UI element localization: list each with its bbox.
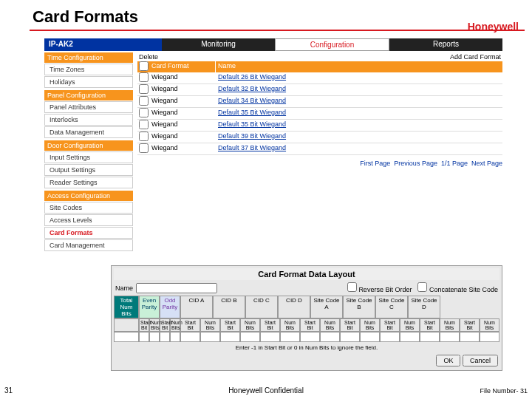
pager-prev[interactable]: Previous Page <box>394 160 437 167</box>
scc-start-input[interactable] <box>420 332 440 342</box>
pager: First Page Previous Page 1/1 Page Next P… <box>137 160 502 167</box>
cidc-num-input[interactable] <box>280 332 300 342</box>
row-cf: Wiegand <box>149 84 216 95</box>
col-site-code-b: Site Code B <box>343 296 375 318</box>
sidebar-item-card-management[interactable]: Card Management <box>44 239 133 251</box>
sidebar-item-time-zones[interactable]: Time Zones <box>44 64 133 75</box>
sca-start-input[interactable] <box>340 332 360 342</box>
col-name: Name <box>216 61 502 72</box>
scb-num-input[interactable] <box>400 332 420 342</box>
sidebar-item-input-settings[interactable]: Input Settings <box>44 151 133 163</box>
col-cid-a: CID A <box>180 296 213 318</box>
even-num-input[interactable] <box>149 332 160 342</box>
row-name-link[interactable]: Default 39 Bit Wiegand <box>216 132 502 143</box>
col-total-num-bits: Total Num Bits <box>114 296 139 318</box>
row-name-link[interactable]: Default 35 Bit Wiegand <box>216 120 502 131</box>
sidebar-item-card-formats[interactable]: Card Formats <box>44 227 133 239</box>
table-row: WiegandDefault 26 Bit Wiegand <box>137 72 502 84</box>
row-checkbox[interactable] <box>139 143 149 153</box>
page-number: 31 <box>4 386 13 395</box>
add-card-format-link[interactable]: Add Card Format <box>450 53 501 61</box>
row-name-link[interactable]: Default 37 Bit Wiegand <box>216 143 502 154</box>
sidebar-item-reader-settings[interactable]: Reader Settings <box>44 177 133 188</box>
table-header: Card Format Name <box>137 61 502 72</box>
concat-text: Concatenate Site Code <box>429 286 498 293</box>
pager-first[interactable]: First Page <box>360 160 390 167</box>
row-checkbox[interactable] <box>139 108 149 117</box>
name-input[interactable] <box>136 283 217 293</box>
sidebar-item-panel-attributes[interactable]: Panel Attributes <box>44 101 133 113</box>
row-cf: Wiegand <box>149 120 216 131</box>
cida-num-input[interactable] <box>200 332 220 342</box>
row-name-link[interactable]: Default 32 Bit Wiegand <box>216 84 502 95</box>
cancel-button[interactable]: Cancel <box>463 355 498 366</box>
app-window: IP-AK2 Monitoring Configuration Reports … <box>44 38 502 253</box>
cida-start-input[interactable] <box>180 332 200 342</box>
concat-checkbox-label[interactable]: Concatenate Site Code <box>417 282 498 293</box>
row-checkbox[interactable] <box>139 132 149 141</box>
slide-title: Card Formats <box>0 0 532 30</box>
table-row: WiegandDefault 34 Bit Wiegand <box>137 96 502 108</box>
sidebar-item-access-levels[interactable]: Access Levels <box>44 214 133 226</box>
odd-start-input[interactable] <box>160 332 170 342</box>
scd-num-input[interactable] <box>480 332 499 342</box>
layout-title: Card Format Data Layout <box>114 268 499 280</box>
scd-start-input[interactable] <box>460 332 480 342</box>
cidb-num-input[interactable] <box>240 332 260 342</box>
brand-logo: Honeywell <box>468 21 519 33</box>
tab-configuration[interactable]: Configuration <box>275 38 389 51</box>
reverse-checkbox[interactable] <box>347 282 357 292</box>
nav-title: IP-AK2 <box>44 38 162 51</box>
tab-reports[interactable]: Reports <box>389 38 502 51</box>
odd-num-input[interactable] <box>170 332 180 342</box>
row-cf: Wiegand <box>149 108 216 119</box>
cidb-start-input[interactable] <box>220 332 240 342</box>
pager-next[interactable]: Next Page <box>471 160 502 167</box>
col-cid-b: CID B <box>213 296 245 318</box>
reverse-text: Reverse Bit Order <box>358 286 412 293</box>
ok-button[interactable]: OK <box>436 355 460 366</box>
col-even-parity: Even Parity <box>139 296 160 318</box>
sidebar-item-data-management[interactable]: Data Management <box>44 126 133 138</box>
scc-num-input[interactable] <box>440 332 460 342</box>
card-format-layout-panel: Card Format Data Layout Name Reverse Bit… <box>111 265 502 371</box>
table-row: WiegandDefault 32 Bit Wiegand <box>137 84 502 96</box>
sca-num-input[interactable] <box>360 332 380 342</box>
col-site-code-a: Site Code A <box>310 296 343 318</box>
concat-checkbox[interactable] <box>417 282 427 292</box>
cidd-start-input[interactable] <box>300 332 320 342</box>
scb-start-input[interactable] <box>380 332 400 342</box>
cidc-start-input[interactable] <box>260 332 280 342</box>
total-num-bits-input[interactable] <box>114 332 139 342</box>
row-cf: Wiegand <box>149 96 216 107</box>
row-name-link[interactable]: Default 34 Bit Wiegand <box>216 96 502 107</box>
row-name-link[interactable]: Default 26 Bit Wiegand <box>216 72 502 83</box>
sidebar: Time Configuration Time Zones Holidays P… <box>44 52 133 253</box>
cidd-num-input[interactable] <box>320 332 340 342</box>
sidebar-item-site-codes[interactable]: Site Codes <box>44 202 133 214</box>
title-rule <box>30 30 525 31</box>
row-checkbox[interactable] <box>139 96 149 106</box>
table-row: WiegandDefault 37 Bit Wiegand <box>137 143 502 155</box>
select-all-checkbox[interactable] <box>139 61 149 71</box>
row-checkbox[interactable] <box>139 84 149 94</box>
even-start-input[interactable] <box>139 332 149 342</box>
main-panel: Delete Add Card Format Card Format Name … <box>137 52 502 253</box>
row-checkbox[interactable] <box>139 72 149 82</box>
tab-monitoring[interactable]: Monitoring <box>162 38 275 51</box>
col-cid-d: CID D <box>278 296 310 318</box>
sidebar-item-output-settings[interactable]: Output Settings <box>44 164 133 176</box>
sidebar-head-time: Time Configuration <box>44 52 133 63</box>
col-card-format: Card Format <box>149 61 216 72</box>
layout-columns: Total Num Bits Even Parity Odd Parity CI… <box>114 296 499 318</box>
delete-link[interactable]: Delete <box>139 53 158 61</box>
row-cf: Wiegand <box>149 72 216 83</box>
sidebar-item-interlocks[interactable]: Interlocks <box>44 114 133 126</box>
table-row: WiegandDefault 35 Bit Wiegand <box>137 120 502 132</box>
sidebar-item-holidays[interactable]: Holidays <box>44 76 133 88</box>
table-row: WiegandDefault 39 Bit Wiegand <box>137 132 502 143</box>
top-nav: IP-AK2 Monitoring Configuration Reports <box>44 38 502 51</box>
row-checkbox[interactable] <box>139 120 149 129</box>
reverse-checkbox-label[interactable]: Reverse Bit Order <box>347 282 412 293</box>
row-name-link[interactable]: Default 35 Bit Wiegand <box>216 108 502 119</box>
